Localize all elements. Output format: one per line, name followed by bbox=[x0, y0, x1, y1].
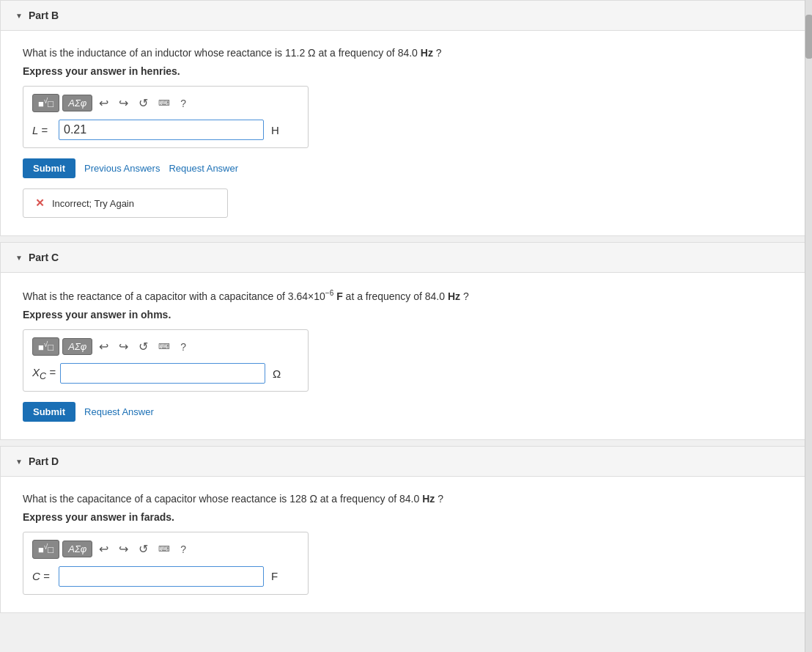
part-b-refresh-btn[interactable]: ↺ bbox=[135, 95, 152, 111]
part-c-collapse-arrow[interactable]: ▼ bbox=[15, 254, 23, 262]
part-d-symbol-label: ΑΣφ bbox=[68, 543, 86, 554]
part-b-symbol-label: ΑΣφ bbox=[68, 98, 86, 109]
part-b-answer-box: ■√□ ΑΣφ ↩ ↪ ↺ ⌨ ? L = H bbox=[23, 86, 309, 148]
part-b-input-row: L = H bbox=[32, 120, 299, 140]
page-container: ▼ Part B What is the inductance of an in… bbox=[0, 0, 812, 652]
part-b-section: ▼ Part B What is the inductance of an in… bbox=[0, 0, 812, 236]
part-d-undo-btn[interactable]: ↩ bbox=[95, 541, 112, 557]
part-b-sqrt-icon: ■√□ bbox=[38, 97, 53, 109]
part-c-answer-box: ■√□ ΑΣφ ↩ ↪ ↺ ⌨ ? XC = Ω bbox=[23, 329, 309, 392]
part-c-unit: Ω bbox=[273, 367, 281, 380]
part-b-question: What is the inductance of an inductor wh… bbox=[23, 45, 789, 61]
part-c-submit-btn[interactable]: Submit bbox=[23, 402, 75, 422]
part-c-undo-btn[interactable]: ↩ bbox=[95, 338, 112, 355]
part-b-var-label: L = bbox=[32, 124, 54, 136]
part-b-request-btn[interactable]: Request Answer bbox=[169, 163, 238, 174]
part-b-unit: H bbox=[271, 124, 279, 136]
part-d-answer-box: ■√□ ΑΣφ ↩ ↪ ↺ ⌨ ? C = F bbox=[23, 532, 309, 594]
scrollbar-thumb[interactable] bbox=[805, 15, 812, 59]
part-b-keyboard-btn[interactable]: ⌨ bbox=[155, 97, 174, 109]
part-d-redo-btn[interactable]: ↪ bbox=[115, 541, 132, 557]
part-d-sqrt-btn[interactable]: ■√□ bbox=[32, 540, 59, 558]
part-c-header: ▼ Part C bbox=[1, 243, 811, 273]
part-d-toolbar: ■√□ ΑΣφ ↩ ↪ ↺ ⌨ ? bbox=[32, 540, 299, 558]
part-d-input-row: C = F bbox=[32, 566, 299, 587]
part-c-help-btn[interactable]: ? bbox=[177, 340, 190, 354]
part-d-header: ▼ Part D bbox=[1, 447, 811, 477]
part-b-content: What is the inductance of an inductor wh… bbox=[1, 31, 811, 235]
part-b-help-btn[interactable]: ? bbox=[177, 96, 190, 111]
part-c-section: ▼ Part C What is the reactance of a capa… bbox=[0, 242, 812, 440]
part-c-content: What is the reactance of a capacitor wit… bbox=[1, 273, 811, 439]
part-c-var-label: XC = bbox=[32, 366, 56, 381]
part-c-actions: Submit Request Answer bbox=[23, 402, 789, 422]
part-c-question: What is the reactance of a capacitor wit… bbox=[23, 287, 789, 304]
part-d-content: What is the capacitance of a capacitor w… bbox=[1, 477, 811, 612]
part-c-symbol-btn[interactable]: ΑΣφ bbox=[62, 338, 92, 355]
part-d-section: ▼ Part D What is the capacitance of a ca… bbox=[0, 446, 812, 612]
part-d-input[interactable] bbox=[59, 566, 264, 587]
part-c-input[interactable] bbox=[60, 363, 265, 384]
part-c-title: Part C bbox=[29, 252, 59, 263]
part-d-unit: F bbox=[271, 570, 278, 582]
part-d-symbol-btn[interactable]: ΑΣφ bbox=[62, 541, 92, 557]
part-c-symbol-label: ΑΣφ bbox=[68, 341, 86, 352]
part-b-x-icon: ✕ bbox=[35, 197, 45, 210]
part-c-toolbar: ■√□ ΑΣφ ↩ ↪ ↺ ⌨ ? bbox=[32, 337, 299, 356]
part-b-sqrt-btn[interactable]: ■√□ bbox=[32, 94, 59, 112]
part-b-incorrect-box: ✕ Incorrect; Try Again bbox=[23, 188, 228, 218]
part-d-refresh-btn[interactable]: ↺ bbox=[135, 541, 152, 557]
part-c-sqrt-icon: ■√□ bbox=[38, 340, 53, 353]
part-c-input-row: XC = Ω bbox=[32, 363, 299, 384]
part-b-symbol-btn[interactable]: ΑΣφ bbox=[62, 95, 92, 111]
scrollbar[interactable] bbox=[805, 0, 812, 652]
part-b-toolbar: ■√□ ΑΣφ ↩ ↪ ↺ ⌨ ? bbox=[32, 94, 299, 112]
part-d-question: What is the capacitance of a capacitor w… bbox=[23, 491, 789, 507]
part-c-redo-btn[interactable]: ↪ bbox=[115, 338, 132, 355]
part-b-previous-btn[interactable]: Previous Answers bbox=[84, 163, 160, 174]
part-d-sqrt-icon: ■√□ bbox=[38, 543, 53, 555]
part-d-help-btn[interactable]: ? bbox=[177, 542, 190, 557]
part-d-collapse-arrow[interactable]: ▼ bbox=[15, 458, 23, 466]
part-b-collapse-arrow[interactable]: ▼ bbox=[15, 12, 23, 20]
part-b-submit-btn[interactable]: Submit bbox=[23, 158, 75, 178]
part-b-undo-btn[interactable]: ↩ bbox=[95, 95, 112, 111]
part-d-keyboard-btn[interactable]: ⌨ bbox=[155, 543, 174, 555]
part-c-keyboard-btn[interactable]: ⌨ bbox=[155, 340, 174, 353]
part-c-sqrt-btn[interactable]: ■√□ bbox=[32, 337, 59, 356]
part-d-var-label: C = bbox=[32, 570, 54, 582]
part-b-actions: Submit Previous Answers Request Answer bbox=[23, 158, 789, 178]
part-b-redo-btn[interactable]: ↪ bbox=[115, 95, 132, 111]
part-b-express: Express your answer in henries. bbox=[23, 65, 789, 77]
part-b-incorrect-text: Incorrect; Try Again bbox=[52, 198, 134, 209]
part-b-input[interactable] bbox=[59, 120, 264, 140]
part-d-express: Express your answer in farads. bbox=[23, 511, 789, 523]
part-c-refresh-btn[interactable]: ↺ bbox=[135, 338, 152, 355]
part-b-header: ▼ Part B bbox=[1, 1, 811, 31]
part-d-title: Part D bbox=[29, 455, 59, 467]
part-b-title: Part B bbox=[29, 10, 59, 21]
part-c-express: Express your answer in ohms. bbox=[23, 309, 789, 320]
part-c-request-btn[interactable]: Request Answer bbox=[84, 406, 154, 417]
